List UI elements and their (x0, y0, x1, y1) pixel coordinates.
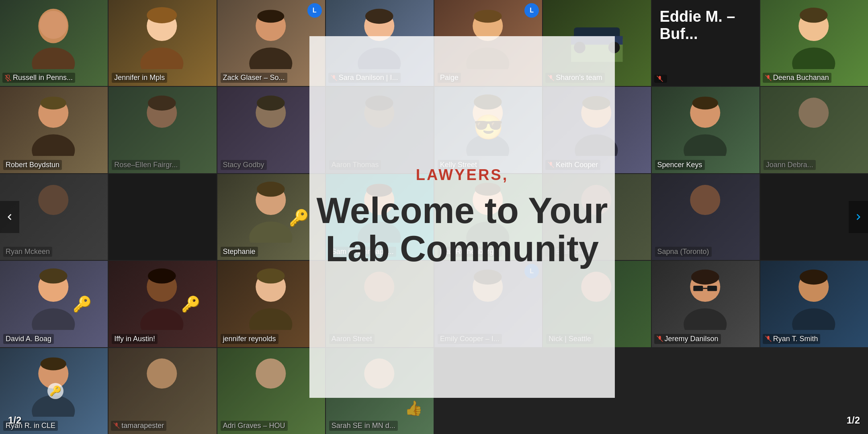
svg-point-49 (249, 221, 292, 243)
svg-point-66 (148, 268, 176, 284)
name-adri: Adri Graves – HOU (221, 421, 288, 431)
tile-empty-r3c6 (108, 174, 216, 260)
welcome-overlay: LAWYERS, Welcome to Your Lab Community (309, 36, 615, 398)
tile-stephanie: 🔑 Stephanie (217, 174, 325, 260)
tile-tamara: tamarapester (108, 348, 216, 434)
svg-point-26 (800, 8, 828, 23)
tile-spencer: Spencer Keys (652, 87, 760, 173)
svg-point-7 (249, 47, 292, 69)
prop-iffy: 🔑 (181, 295, 200, 313)
nav-previous-button[interactable] (0, 201, 19, 233)
name-eddie (654, 75, 667, 83)
svg-point-90 (256, 358, 286, 389)
participant-icon-zack: L (307, 3, 322, 18)
svg-point-88 (147, 358, 177, 389)
name-spencer: Spencer Keys (655, 160, 705, 170)
overlay-headline-1: Welcome to Your (316, 192, 608, 230)
svg-point-4 (140, 47, 183, 69)
tile-ryan-smith: Ryan T. Smith (760, 261, 868, 347)
name-ryan-smith: Ryan T. Smith (763, 334, 821, 344)
prop-ryan-cle: 🔑 (47, 383, 63, 399)
name-zack: Zack Glaser – So... (221, 73, 287, 83)
svg-point-44 (684, 134, 727, 156)
tile-joann: Joann Debra... (760, 87, 868, 173)
name-robert: Robert Boydstun (3, 160, 62, 170)
name-stephanie: Stephanie (221, 247, 258, 257)
svg-point-48 (38, 185, 68, 215)
svg-point-74 (684, 308, 727, 330)
prop-stephanie: 🔑 (289, 209, 309, 227)
svg-point-32 (148, 96, 176, 111)
svg-point-69 (256, 268, 285, 284)
tile-deena: Deena Buchanan (760, 0, 868, 86)
svg-point-61 (32, 308, 75, 330)
page-indicator-right: 1/2 (847, 415, 860, 426)
tile-eddie: Eddie M. – Buf... (652, 0, 760, 86)
tile-jennifer-r: jennifer reynolds (217, 261, 325, 347)
svg-point-83 (800, 270, 828, 285)
svg-point-46 (692, 97, 718, 110)
tile-jennifer-mpls: Jennifer in Mpls (108, 0, 216, 86)
svg-point-30 (41, 97, 66, 110)
nav-next-button[interactable] (849, 201, 868, 233)
participant-icon-paige: L (524, 3, 539, 18)
name-jeremy: Jeremy Danilson (654, 334, 721, 344)
svg-rect-77 (693, 286, 703, 291)
emoji-sarah: 👍 (405, 400, 423, 417)
svg-point-76 (691, 270, 719, 285)
svg-point-47 (798, 98, 829, 128)
tile-russell: Russell in Penns... (0, 0, 108, 86)
svg-point-24 (792, 47, 835, 69)
tile-robert: Robert Boydstun (0, 87, 108, 173)
name-rose-ellen: Rose–Ellen Fairgr... (112, 160, 180, 170)
svg-point-28 (32, 134, 75, 156)
svg-rect-78 (707, 286, 717, 291)
svg-point-81 (792, 308, 835, 330)
svg-point-60 (690, 185, 720, 215)
tile-iffy: 🔑 Iffy in Austin! (108, 261, 216, 347)
tile-jeremy: Jeremy Danilson (652, 261, 760, 347)
tile-adri: Adri Graves – HOU (217, 348, 325, 434)
name-deena: Deena Buchanan (763, 73, 831, 83)
svg-point-51 (256, 182, 285, 197)
svg-point-64 (140, 308, 183, 330)
svg-point-63 (39, 268, 68, 284)
name-stacy: Stacy Godby (221, 160, 267, 170)
tile-rose-ellen: Rose–Ellen Fairgr... (108, 87, 216, 173)
name-david: David A. Boag (3, 334, 54, 344)
svg-point-6 (147, 7, 177, 23)
svg-point-9 (257, 10, 284, 23)
name-jennifer-r: jennifer reynolds (221, 334, 278, 344)
name-tamara: tamarapester (111, 421, 166, 431)
eddie-name-display: Eddie M. – Buf... (660, 8, 751, 43)
svg-point-34 (256, 96, 285, 111)
svg-point-1 (32, 47, 75, 69)
tile-sapna: Sapna (Toronto) (652, 174, 760, 260)
svg-point-67 (249, 308, 292, 330)
svg-point-16 (474, 10, 502, 23)
name-russell: Russell in Penns... (2, 73, 75, 83)
overlay-subtitle: LAWYERS, (416, 166, 508, 184)
tile-david: 🔑 David A. Boag (0, 261, 108, 347)
name-ryan-mckeen: Ryan Mckeen (3, 247, 52, 257)
overlay-headline-2: Lab Community (326, 230, 599, 268)
svg-point-87 (41, 358, 66, 371)
tile-stacy: Stacy Godby (217, 87, 325, 173)
name-sarah-se: Sarah SE in MN d... (329, 421, 398, 431)
page-indicator-left: 1/2 (8, 415, 21, 426)
svg-point-2 (39, 11, 68, 39)
name-sapna: Sapna (Toronto) (655, 247, 712, 257)
svg-point-12 (365, 8, 393, 24)
name-joann: Joann Debra... (764, 160, 816, 170)
prop-david: 🔑 (73, 295, 92, 313)
tile-zack: L Zack Glaser – So... (217, 0, 325, 86)
name-iffy: Iffy in Austin! (112, 334, 158, 344)
name-jennifer-mpls: Jennifer in Mpls (112, 73, 167, 83)
